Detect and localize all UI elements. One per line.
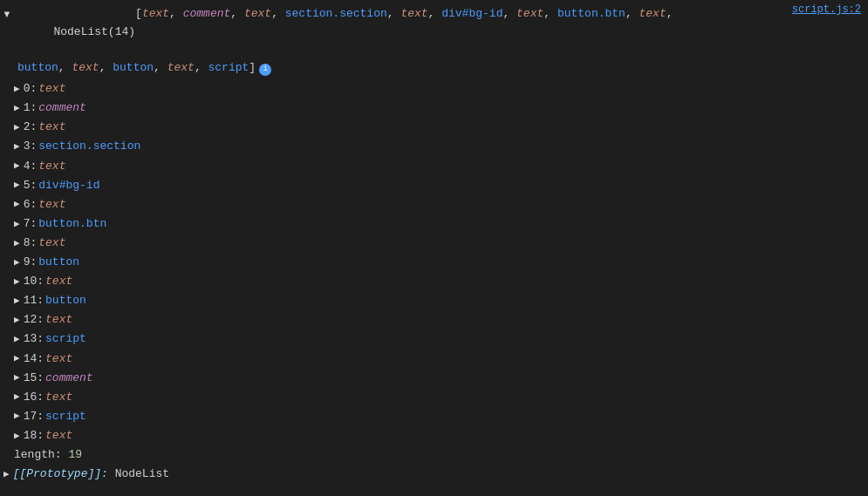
item-label: text <box>45 350 72 369</box>
tree-item[interactable]: ▶2: text <box>0 118 868 137</box>
item-expand-arrow[interactable]: ▶ <box>14 274 20 290</box>
header-line-2: button, text, button, text, script] i <box>0 59 868 79</box>
collapse-arrow[interactable]: ▶ <box>0 11 14 17</box>
item-index: 10: <box>24 272 44 291</box>
length-item: length: 19 <box>0 445 868 465</box>
item-index: 17: <box>24 407 44 426</box>
item-label: text <box>38 79 65 99</box>
prototype-expand-arrow[interactable]: ▶ <box>3 466 10 483</box>
prototype-item[interactable]: ▶ [[Prototype]]: NodeList <box>0 465 868 484</box>
item-expand-arrow[interactable]: ▶ <box>14 389 20 405</box>
item-index: 14: <box>24 350 44 369</box>
item-index: 0: <box>24 79 38 99</box>
item-expand-arrow[interactable]: ▶ <box>14 158 20 174</box>
tree-item[interactable]: ▶15: comment <box>0 369 868 388</box>
item-label: div#bg-id <box>38 176 99 195</box>
tree-item[interactable]: ▶10: text <box>0 272 868 291</box>
tree-item[interactable]: ▶4: text <box>0 157 868 176</box>
item-index: 5: <box>24 176 38 195</box>
item-index: 12: <box>24 310 44 330</box>
item-index: 7: <box>24 214 38 234</box>
item-label: button <box>45 291 86 310</box>
item-index: 15: <box>24 369 44 388</box>
item-label: text <box>45 426 72 445</box>
item-index: 13: <box>24 330 44 349</box>
item-expand-arrow[interactable]: ▶ <box>14 350 20 367</box>
item-label: script <box>45 407 86 426</box>
item-label: text <box>38 234 65 253</box>
item-expand-arrow[interactable]: ▶ <box>14 428 20 445</box>
item-expand-arrow[interactable]: ▶ <box>14 196 20 213</box>
length-value: 19 <box>68 445 82 465</box>
item-label: comment <box>38 99 86 118</box>
header-open-bracket: [ <box>135 5 142 24</box>
item-expand-arrow[interactable]: ▶ <box>14 235 20 252</box>
info-icon[interactable]: i <box>259 64 271 76</box>
tree-item[interactable]: ▶7: button.btn <box>0 214 868 234</box>
tree-item[interactable]: ▶9: button <box>0 253 868 272</box>
item-label: text <box>45 272 72 291</box>
item-index: 11: <box>24 291 44 310</box>
tree-item[interactable]: ▶0: text <box>0 79 868 99</box>
item-expand-arrow[interactable]: ▶ <box>14 177 20 194</box>
tree-item[interactable]: ▶1: comment <box>0 99 868 118</box>
item-expand-arrow[interactable]: ▶ <box>14 370 20 386</box>
item-label: text <box>45 388 72 407</box>
item-expand-arrow[interactable]: ▶ <box>14 312 20 329</box>
item-index: 8: <box>24 234 38 253</box>
length-label: length: <box>14 445 62 465</box>
item-index: 18: <box>24 426 44 445</box>
item-expand-arrow[interactable]: ▶ <box>14 139 20 155</box>
console-panel: script.js:2 ▶ NodeList(14) [ text, comme… <box>0 0 868 496</box>
item-index: 16: <box>24 388 44 407</box>
item-expand-arrow[interactable]: ▶ <box>14 293 20 309</box>
item-label: comment <box>45 369 93 388</box>
item-index: 2: <box>24 118 38 137</box>
node-list-title: NodeList(14) <box>13 5 135 59</box>
item-index: 1: <box>24 99 38 118</box>
tree-item[interactable]: ▶11: button <box>0 291 868 310</box>
prototype-key: [[Prototype]]: <box>13 465 108 484</box>
header-line-1: ▶ NodeList(14) [ text, comment, text, se… <box>0 3 868 59</box>
item-expand-arrow[interactable]: ▶ <box>14 255 20 271</box>
item-expand-arrow[interactable]: ▶ <box>14 331 20 348</box>
item-expand-arrow[interactable]: ▶ <box>14 119 20 136</box>
tree-item[interactable]: ▶13: script <box>0 330 868 349</box>
tree-item[interactable]: ▶8: text <box>0 234 868 253</box>
item-label: text <box>45 310 72 330</box>
item-label: section.section <box>38 137 140 156</box>
file-link[interactable]: script.js:2 <box>792 3 861 16</box>
tree-item[interactable]: ▶18: text <box>0 426 868 445</box>
item-expand-arrow[interactable]: ▶ <box>14 408 20 425</box>
item-expand-arrow[interactable]: ▶ <box>14 216 20 233</box>
prototype-value: NodeList <box>115 465 169 484</box>
item-label: text <box>38 157 65 176</box>
item-expand-arrow[interactable]: ▶ <box>14 81 20 98</box>
item-expand-arrow[interactable]: ▶ <box>14 100 20 117</box>
tree-item[interactable]: ▶16: text <box>0 388 868 407</box>
tree-item[interactable]: ▶12: text <box>0 310 868 330</box>
tree-item[interactable]: ▶6: text <box>0 195 868 214</box>
tree-item[interactable]: ▶5: div#bg-id <box>0 176 868 195</box>
item-label: button <box>38 253 79 272</box>
item-index: 4: <box>24 157 38 176</box>
item-label: script <box>45 330 86 349</box>
item-label: text <box>38 118 65 137</box>
tree-item[interactable]: ▶14: text <box>0 350 868 369</box>
tree-item[interactable]: ▶17: script <box>0 407 868 426</box>
item-label: button.btn <box>38 214 106 234</box>
preview-items-line1: text, comment, text, section.section, te… <box>142 5 673 24</box>
item-index: 6: <box>24 195 38 214</box>
item-index: 9: <box>24 253 38 272</box>
tree-item[interactable]: ▶3: section.section <box>0 137 868 156</box>
item-index: 3: <box>24 137 38 156</box>
tree-items-container: ▶0: text▶1: comment▶2: text▶3: section.s… <box>0 79 868 445</box>
item-label: text <box>38 195 65 214</box>
